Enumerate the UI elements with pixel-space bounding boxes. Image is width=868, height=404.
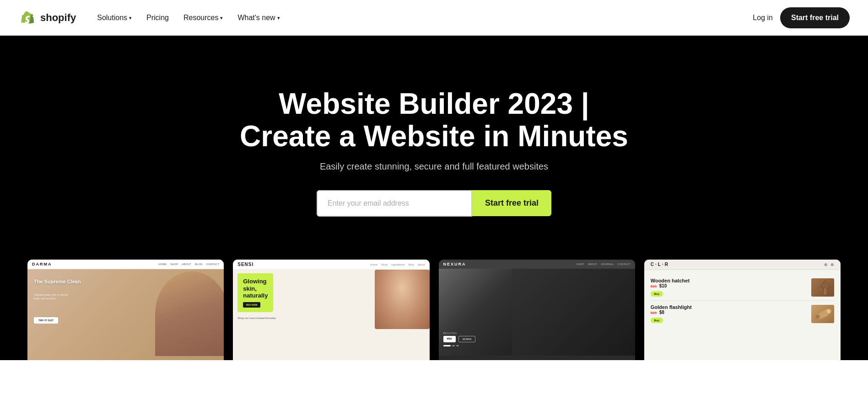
darma-header: DARMA HOME SHOP ABOUT BLOG CONTACT [27,260,224,269]
clr-icons: ⊕ ⊕ [824,262,834,267]
clr-item-hatchet-info: Wooden hatchet $16 $10 Buy [651,278,690,297]
main-nav: Solutions ▾ Pricing Resources ▾ What's n… [91,10,753,26]
nexura-category: BEAUTIES [443,332,631,335]
hatchet-svg [811,278,834,297]
clr-flashlight-buy-btn[interactable]: Buy [651,318,663,323]
clr-item-flashlight-info: Golden flashlight $20 $8 Buy [651,304,692,323]
nav-item-solutions[interactable]: Solutions ▾ [91,10,138,26]
nexura-overlay: BEAUTIES MEN WOMEN [443,332,631,346]
solutions-chevron-icon: ▾ [129,15,132,21]
clr-hatchet-name: Wooden hatchet [651,278,690,283]
store-preview-strip: DARMA HOME SHOP ABOUT BLOG CONTACT The S… [0,260,868,360]
email-input[interactable] [317,190,472,217]
sensi-green-text: Glowingskin,naturally [243,278,268,299]
nexura-brand: NEXURA [443,262,466,266]
nexura-header: NEXURA SHOP ABOUT JOURNAL CONTACT [439,260,635,269]
whats-new-chevron-icon: ▾ [277,15,280,21]
store-card-nexura: NEXURA SHOP ABOUT JOURNAL CONTACT BEAUTI… [439,260,635,360]
darma-try-btn[interactable]: TRY IT OUT [34,317,58,324]
clr-flashlight-image [811,305,834,323]
darma-faces-illustration [155,271,224,356]
flashlight-svg [811,305,834,323]
clr-flashlight-name: Golden flashlight [651,304,692,310]
clr-cart-icon[interactable]: ⊕ [830,262,834,267]
darma-nav: HOME SHOP ABOUT BLOG CONTACT [158,263,219,266]
store-card-clr: C·L·R ⊕ ⊕ Wooden hatchet $16 $10 Buy [644,260,841,360]
darma-brand: DARMA [32,262,52,266]
nexura-nav: SHOP ABOUT JOURNAL CONTACT [576,263,630,266]
resources-label: Resources [183,14,218,22]
sensi-brand: SENSI [237,262,253,267]
darma-body: The Supreme Clean Hydrate today with a n… [27,269,224,356]
clr-flashlight-price: $20 $8 [651,310,692,315]
logo-text: shopify [40,12,76,24]
sensi-buy-btn[interactable]: BUY NOW [243,302,260,308]
clr-search-icon[interactable]: ⊕ [824,262,828,267]
pricing-label: Pricing [146,14,169,22]
store-card-darma: DARMA HOME SHOP ABOUT BLOG CONTACT The S… [27,260,224,360]
navbar: shopify Solutions ▾ Pricing Resources ▾ … [0,0,868,36]
navbar-right: Log in Start free trial [753,7,850,28]
sensi-bottom-text: Shop our most trusted formulas [237,317,276,319]
sensi-body: Glowingskin,naturally BUY NOW Shop our m… [233,270,429,356]
sensi-header: SENSI Home Shop Ingredients Blog About [233,260,429,270]
clr-hatchet-buy-btn[interactable]: Buy [651,291,663,297]
nav-item-resources[interactable]: Resources ▾ [177,10,229,26]
shopify-bag-icon [18,9,37,27]
clr-item-flashlight: Golden flashlight $20 $8 Buy [651,301,834,327]
nexura-body: BEAUTIES MEN WOMEN [439,269,635,356]
sensi-face-image [375,270,430,329]
sensi-content-left: Glowingskin,naturally BUY NOW Shop our m… [237,273,276,319]
clr-item-hatchet: Wooden hatchet $16 $10 Buy [651,274,834,301]
start-trial-hero-button[interactable]: Start free trial [472,190,551,216]
hero-title: Website Builder 2023 | Create a Website … [240,88,628,152]
start-trial-nav-button[interactable]: Start free trial [780,7,850,28]
clr-header: C·L·R ⊕ ⊕ [644,260,841,270]
svg-point-1 [815,307,833,320]
hero-cta-form: Start free trial [317,190,551,217]
sensi-nav: Home Shop Ingredients Blog About [370,263,425,266]
store-card-sensi: SENSI Home Shop Ingredients Blog About G… [233,260,429,360]
whats-new-label: What's new [237,14,275,22]
resources-chevron-icon: ▾ [220,15,223,21]
clr-brand: C·L·R [651,262,669,267]
sensi-green-box: Glowingskin,naturally BUY NOW [237,273,273,312]
nav-item-pricing[interactable]: Pricing [140,10,175,26]
svg-rect-0 [824,288,826,295]
clr-hatchet-price: $16 $10 [651,283,690,288]
clr-hatchet-image [811,278,834,297]
nexura-dots [443,345,631,346]
nexura-women-btn[interactable]: WOMEN [458,336,476,342]
nexura-btns: MEN WOMEN [443,336,631,342]
darma-subtext: Hydrate today with a natural body care p… [34,293,70,301]
clr-body: Wooden hatchet $16 $10 Buy Golden fl [644,270,841,331]
hero-section: Website Builder 2023 | Create a Website … [0,36,868,260]
hero-subtitle: Easily create stunning, secure and full … [320,161,548,172]
shopify-logo[interactable]: shopify [18,9,76,27]
login-link[interactable]: Log in [753,14,773,22]
nexura-men-btn[interactable]: MEN [443,336,456,342]
darma-headline: The Supreme Clean [34,278,81,285]
solutions-label: Solutions [97,14,127,22]
nav-item-whats-new[interactable]: What's new ▾ [231,10,286,26]
